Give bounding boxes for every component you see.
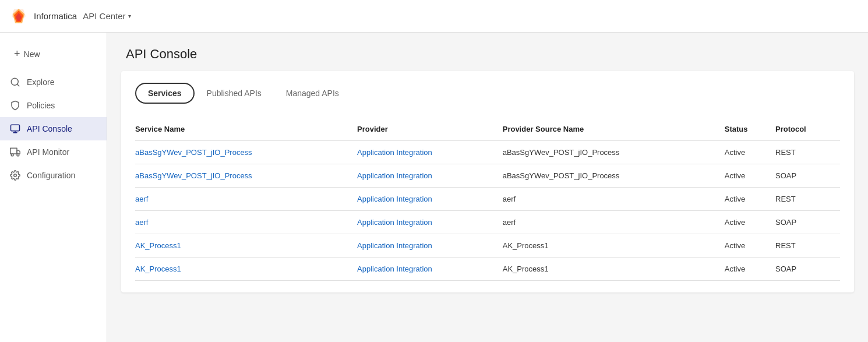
informatica-logo-icon — [9, 7, 28, 26]
cell-protocol: REST — [775, 188, 840, 211]
svg-point-10 — [17, 154, 19, 156]
content-card: Services Published APIs Managed APIs Ser… — [121, 71, 854, 292]
table-row: AK_Process1 Application Integration AK_P… — [135, 234, 840, 258]
cell-service-name[interactable]: aBasSgYWev_POST_jIO_Process — [135, 141, 357, 164]
sidebar-item-label: API Monitor — [27, 147, 69, 157]
table-row: AK_Process1 Application Integration AK_P… — [135, 258, 840, 281]
sidebar-item-label: API Console — [27, 124, 72, 133]
table-row: aBasSgYWev_POST_jIO_Process Application … — [135, 164, 840, 188]
cell-service-name[interactable]: aerf — [135, 188, 357, 211]
sidebar: + New Explore Policies — [0, 33, 107, 342]
cell-service-name[interactable]: AK_Process1 — [135, 234, 357, 258]
col-status: Status — [725, 118, 775, 141]
cell-provider[interactable]: Application Integration — [357, 164, 503, 188]
page-title: API Console — [126, 47, 849, 62]
explore-icon — [9, 76, 21, 88]
svg-line-3 — [17, 84, 19, 86]
api-console-icon — [9, 123, 21, 135]
cell-status: Active — [725, 211, 775, 234]
content-area: API Console Services Published APIs Mana… — [107, 33, 868, 342]
cell-status: Active — [725, 258, 775, 281]
main-layout: + New Explore Policies — [0, 33, 868, 342]
cell-provider-source-name: aerf — [503, 188, 725, 211]
brand-name: Informatica — [34, 11, 77, 21]
cell-protocol: SOAP — [775, 211, 840, 234]
logo-area: Informatica API Center ▾ — [9, 7, 131, 26]
tab-published-apis[interactable]: Published APIs — [195, 83, 274, 104]
svg-marker-8 — [17, 150, 20, 154]
table-body: aBasSgYWev_POST_jIO_Process Application … — [135, 141, 840, 281]
sidebar-item-policies[interactable]: Policies — [0, 94, 107, 117]
tab-managed-apis[interactable]: Managed APIs — [274, 83, 351, 104]
cell-provider[interactable]: Application Integration — [357, 258, 503, 281]
tab-services[interactable]: Services — [135, 83, 195, 104]
sidebar-item-configuration[interactable]: Configuration — [0, 164, 107, 187]
col-protocol: Protocol — [775, 118, 840, 141]
col-provider: Provider — [357, 118, 503, 141]
cell-provider-source-name: AK_Process1 — [503, 258, 725, 281]
cell-provider[interactable]: Application Integration — [357, 234, 503, 258]
sidebar-item-api-monitor[interactable]: API Monitor — [0, 140, 107, 164]
policies-icon — [9, 100, 21, 111]
sidebar-item-label: Configuration — [27, 171, 75, 180]
cell-provider-source-name: AK_Process1 — [503, 234, 725, 258]
svg-point-11 — [14, 174, 17, 177]
svg-point-9 — [11, 154, 13, 156]
cell-provider[interactable]: Application Integration — [357, 188, 503, 211]
sidebar-item-api-console[interactable]: API Console — [0, 117, 107, 140]
cell-protocol: SOAP — [775, 164, 840, 188]
svg-rect-7 — [10, 148, 17, 154]
cell-protocol: REST — [775, 234, 840, 258]
top-header: Informatica API Center ▾ — [0, 0, 868, 33]
app-name-selector[interactable]: API Center ▾ — [83, 11, 130, 21]
table-row: aBasSgYWev_POST_jIO_Process Application … — [135, 141, 840, 164]
col-provider-source-name: Provider Source Name — [503, 118, 725, 141]
new-button[interactable]: + New — [5, 42, 50, 66]
cell-provider[interactable]: Application Integration — [357, 141, 503, 164]
cell-protocol: REST — [775, 141, 840, 164]
cell-provider-source-name: aerf — [503, 211, 725, 234]
cell-protocol: SOAP — [775, 258, 840, 281]
sidebar-item-explore[interactable]: Explore — [0, 70, 107, 94]
table-row: aerf Application Integration aerf Active… — [135, 188, 840, 211]
cell-provider-source-name: aBasSgYWev_POST_jIO_Process — [503, 141, 725, 164]
sidebar-item-label: Explore — [27, 77, 54, 87]
cell-provider[interactable]: Application Integration — [357, 211, 503, 234]
cell-provider-source-name: aBasSgYWev_POST_jIO_Process — [503, 164, 725, 188]
plus-icon: + — [14, 48, 20, 60]
new-label: New — [24, 50, 40, 59]
cell-service-name[interactable]: aBasSgYWev_POST_jIO_Process — [135, 164, 357, 188]
sidebar-item-label: Policies — [27, 101, 55, 110]
configuration-icon — [9, 170, 21, 181]
svg-rect-4 — [11, 125, 20, 131]
cell-status: Active — [725, 141, 775, 164]
cell-status: Active — [725, 188, 775, 211]
tabs-bar: Services Published APIs Managed APIs — [135, 83, 840, 104]
table-row: aerf Application Integration aerf Active… — [135, 211, 840, 234]
chevron-down-icon: ▾ — [128, 13, 131, 19]
cell-service-name[interactable]: AK_Process1 — [135, 258, 357, 281]
table-header: Service Name Provider Provider Source Na… — [135, 118, 840, 141]
page-header: API Console — [107, 33, 868, 71]
cell-service-name[interactable]: aerf — [135, 211, 357, 234]
api-monitor-icon — [9, 146, 21, 158]
col-service-name: Service Name — [135, 118, 357, 141]
cell-status: Active — [725, 234, 775, 258]
services-table: Service Name Provider Provider Source Na… — [135, 118, 840, 281]
cell-status: Active — [725, 164, 775, 188]
